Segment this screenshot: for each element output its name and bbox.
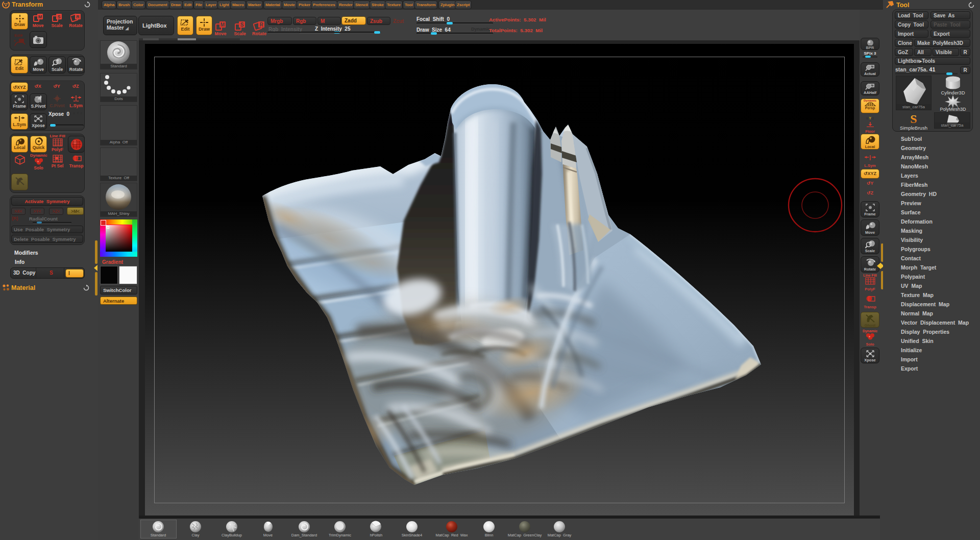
- svg-text:TrimDynamic: TrimDynamic: [329, 533, 351, 537]
- svg-text:ClayBuildup: ClayBuildup: [222, 533, 242, 537]
- svg-text:S: S: [57, 14, 60, 19]
- svg-text:M: M: [220, 22, 225, 28]
- svg-text:SkinShade4: SkinShade4: [402, 533, 422, 537]
- svg-text:Move: Move: [263, 533, 273, 537]
- svg-text:MatCap GreenClay: MatCap GreenClay: [508, 533, 542, 537]
- svg-text:Dam_Standard: Dam_Standard: [291, 533, 317, 537]
- svg-text:R: R: [76, 14, 80, 19]
- svg-text:Standard: Standard: [151, 533, 166, 537]
- svg-text:MatCap Gray: MatCap Gray: [548, 533, 572, 537]
- svg-text:S: S: [240, 22, 244, 28]
- svg-text:Blinn: Blinn: [485, 533, 494, 537]
- svg-text:R: R: [259, 22, 263, 28]
- svg-text:Clay: Clay: [191, 533, 199, 537]
- svg-text:MatCap Red Wax: MatCap Red Wax: [435, 533, 468, 537]
- svg-text:Edit: Edit: [14, 33, 22, 38]
- svg-text:M: M: [38, 14, 42, 19]
- svg-text:hPolish: hPolish: [370, 533, 383, 537]
- svg-text:S: S: [910, 113, 917, 125]
